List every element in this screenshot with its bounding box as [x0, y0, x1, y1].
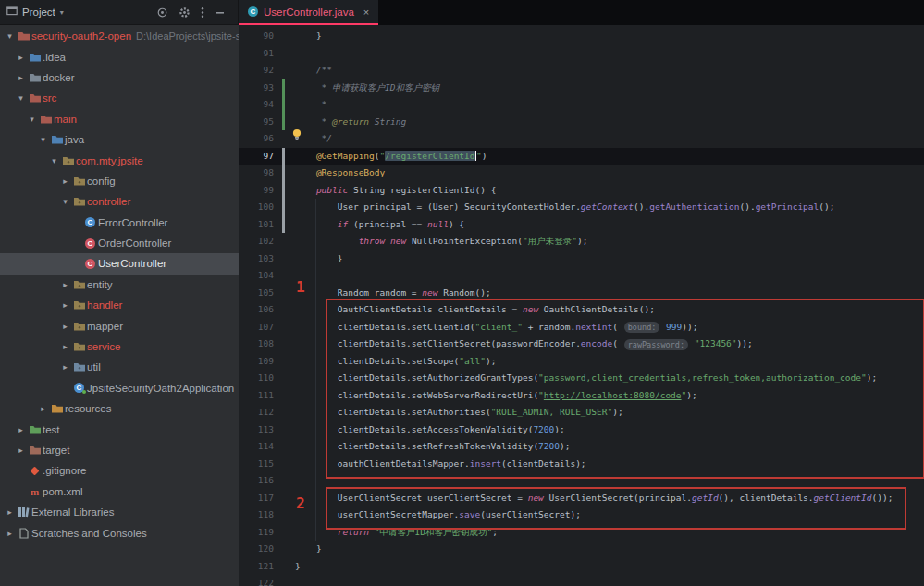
tree-item-controller[interactable]: ▾controller	[0, 191, 239, 212]
chevron-right-icon[interactable]: ▸	[59, 362, 71, 372]
code-line-122[interactable]: 122	[239, 575, 924, 586]
code-line-118[interactable]: 118 userClientSecretMapper.save(userClie…	[239, 507, 924, 524]
tree-item-resources[interactable]: ▸resources	[0, 398, 239, 419]
line-number[interactable]: 113	[239, 421, 282, 439]
line-number[interactable]: 104	[239, 267, 282, 285]
line-number[interactable]: 95	[239, 114, 282, 131]
code-line-107[interactable]: 107 clientDetails.setClientId("client_" …	[239, 319, 924, 336]
tree-item-handler[interactable]: ▸handler	[0, 295, 239, 315]
line-number[interactable]: 96	[239, 130, 282, 148]
locate-icon[interactable]	[156, 6, 168, 18]
code-line-90[interactable]: 90 }	[239, 28, 924, 45]
code-editor[interactable]: 90 }9192 /**93 * 申请获取客户ID和客户密钥94 *95 * @…	[239, 25, 924, 586]
line-number[interactable]: 97	[239, 148, 282, 165]
tree-item-external-libraries[interactable]: ▸External Libraries	[0, 502, 239, 522]
chevron-down-icon[interactable]: ▾	[60, 8, 64, 17]
tree-item-com-mty-jpsite[interactable]: ▾com.mty.jpsite	[0, 150, 239, 170]
code-line-112[interactable]: 112 clientDetails.setAuthorities("ROLE_A…	[239, 404, 924, 421]
code-line-113[interactable]: 113 clientDetails.setAccessTokenValidity…	[239, 421, 924, 439]
code-line-95[interactable]: 95 * @return String	[239, 114, 924, 131]
chevron-right-icon[interactable]: ▸	[59, 177, 71, 186]
code-line-105[interactable]: 105 Random random = new Random();	[239, 285, 924, 302]
chevron-right-icon[interactable]: ▸	[4, 529, 16, 538]
tree-item-docker[interactable]: ▸docker	[0, 67, 239, 88]
line-number[interactable]: 120	[239, 541, 282, 558]
tree-item-entity[interactable]: ▸entity	[0, 275, 239, 295]
line-number[interactable]: 93	[239, 79, 282, 97]
line-number[interactable]: 117	[239, 490, 282, 507]
code-line-98[interactable]: 98 @ResponseBody	[239, 165, 924, 182]
code-line-93[interactable]: 93 * 申请获取客户ID和客户密钥	[239, 79, 924, 97]
code-line-101[interactable]: 101 if (principal == null) {	[239, 216, 924, 234]
chevron-right-icon[interactable]: ▸	[59, 322, 71, 331]
line-number[interactable]: 105	[239, 285, 282, 302]
line-number[interactable]: 121	[239, 558, 282, 576]
line-number[interactable]: 112	[239, 404, 282, 421]
tree-item-java[interactable]: ▾java	[0, 129, 239, 150]
code-line-102[interactable]: 102 throw new NullPointerException("用户未登…	[239, 233, 924, 250]
line-number[interactable]: 110	[239, 370, 282, 387]
line-number[interactable]: 116	[239, 472, 282, 490]
chevron-down-icon[interactable]: ▾	[59, 197, 71, 206]
tab-usercontroller-java[interactable]: C UserController.java ×	[239, 0, 378, 25]
hide-panel-icon[interactable]	[215, 7, 225, 18]
chevron-down-icon[interactable]: ▾	[4, 31, 16, 41]
line-number[interactable]: 114	[239, 438, 282, 456]
line-number[interactable]: 106	[239, 301, 282, 319]
tree-item-usercontroller[interactable]: CUserController	[0, 253, 239, 274]
tree-item-main[interactable]: ▾main	[0, 109, 239, 129]
chevron-right-icon[interactable]: ▸	[59, 342, 71, 351]
tree-item-jpsitesecurityoath2application[interactable]: CJpsiteSecurityOath2Application	[0, 378, 239, 398]
tree-item--idea[interactable]: ▸.idea	[0, 46, 239, 67]
line-number[interactable]: 101	[239, 216, 282, 234]
settings-icon[interactable]	[179, 6, 191, 18]
code-line-97[interactable]: 97 @GetMapping("/registerClientId")	[239, 148, 924, 165]
code-line-94[interactable]: 94 *	[239, 96, 924, 114]
line-number[interactable]: 115	[239, 456, 282, 473]
chevron-right-icon[interactable]: ▸	[37, 404, 49, 413]
tree-item-config[interactable]: ▸config	[0, 171, 239, 191]
chevron-right-icon[interactable]: ▸	[15, 73, 27, 82]
line-number[interactable]: 99	[239, 182, 282, 200]
line-number[interactable]: 94	[239, 96, 282, 114]
line-number[interactable]: 111	[239, 387, 282, 405]
code-line-114[interactable]: 114 clientDetails.setRefreshTokenValidit…	[239, 438, 924, 456]
line-number[interactable]: 100	[239, 199, 282, 216]
tree-item-pom-xml[interactable]: mpom.xml	[0, 482, 239, 502]
code-line-117[interactable]: 117 UserClientSecret userClientSecret = …	[239, 490, 924, 507]
line-number[interactable]: 108	[239, 336, 282, 353]
tree-item-security-oauth2-open[interactable]: ▾security-oauth2-openD:\IdeaProjects\jps…	[0, 26, 239, 46]
line-number[interactable]: 90	[239, 28, 282, 45]
code-line-111[interactable]: 111 clientDetails.setWebServerRedirectUr…	[239, 387, 924, 405]
chevron-right-icon[interactable]: ▸	[4, 507, 16, 517]
code-line-91[interactable]: 91	[239, 45, 924, 63]
chevron-right-icon[interactable]: ▸	[59, 300, 71, 310]
code-line-103[interactable]: 103 }	[239, 250, 924, 268]
code-line-96[interactable]: 96 */	[239, 130, 924, 148]
code-line-120[interactable]: 120 }	[239, 541, 924, 558]
code-line-109[interactable]: 109 clientDetails.setScope("all");	[239, 353, 924, 371]
line-number[interactable]: 103	[239, 250, 282, 268]
chevron-right-icon[interactable]: ▸	[15, 446, 27, 455]
line-number[interactable]: 98	[239, 165, 282, 182]
chevron-down-icon[interactable]: ▾	[26, 115, 38, 124]
line-number[interactable]: 122	[239, 575, 282, 586]
code-line-116[interactable]: 116	[239, 472, 924, 490]
tree-item-test[interactable]: ▸test	[0, 419, 239, 439]
line-number[interactable]: 109	[239, 353, 282, 371]
code-line-119[interactable]: 119 return "申请客户ID和客户密钥成功";	[239, 524, 924, 542]
tree-item-ordercontroller[interactable]: COrderController	[0, 233, 239, 253]
line-number[interactable]: 107	[239, 319, 282, 336]
tree-item-mapper[interactable]: ▸mapper	[0, 315, 239, 336]
chevron-down-icon[interactable]: ▾	[48, 156, 60, 165]
close-icon[interactable]: ×	[363, 6, 369, 18]
tree-item-service[interactable]: ▸service	[0, 336, 239, 357]
line-number[interactable]: 102	[239, 233, 282, 250]
code-line-92[interactable]: 92 /**	[239, 62, 924, 79]
tree-item-src[interactable]: ▾src	[0, 88, 239, 108]
code-line-100[interactable]: 100 User principal = (User) SecurityCont…	[239, 199, 924, 216]
more-options-icon[interactable]	[201, 6, 204, 18]
code-line-108[interactable]: 108 clientDetails.setClientSecret(passwo…	[239, 336, 924, 353]
tree-item-util[interactable]: ▸util	[0, 357, 239, 377]
code-line-104[interactable]: 104	[239, 267, 924, 285]
